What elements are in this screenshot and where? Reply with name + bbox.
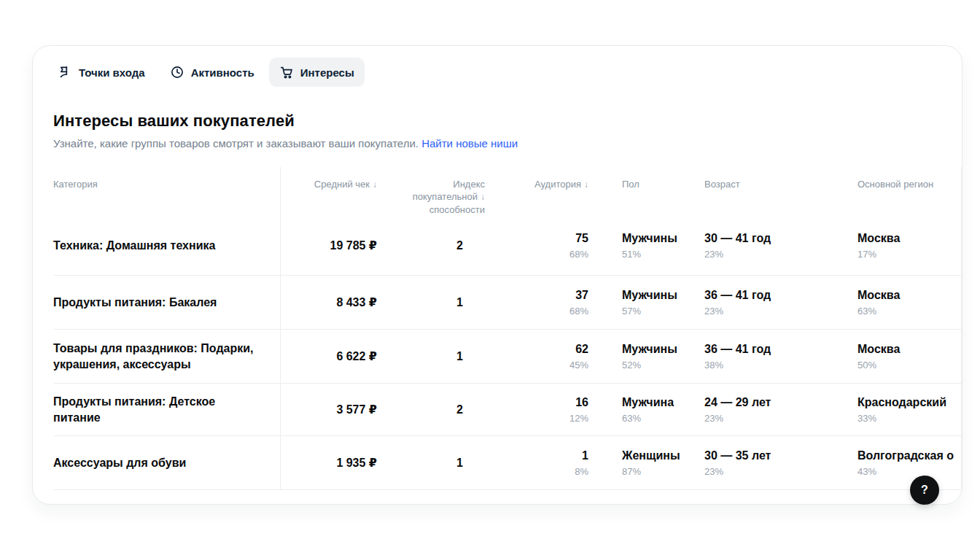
tab-activity[interactable]: Активность: [160, 58, 265, 87]
col-header-avg-check[interactable]: Средний чек↓: [280, 167, 380, 191]
cell-audience: 6245%: [488, 330, 591, 383]
cell-power-index: 2: [380, 384, 488, 435]
table-row: Техника: Домашняя техника 19 785 ₽ 2 756…: [53, 216, 962, 276]
cell-age: 36 — 41 год23%: [696, 276, 827, 329]
cell-region: Москва17%: [827, 216, 962, 275]
col-header-gender: Пол: [591, 167, 696, 190]
column-divider: [280, 167, 281, 490]
cell-gender: Женщины87%: [591, 436, 696, 489]
cell-avg-check: 3 577 ₽: [280, 384, 380, 435]
column-divider-right: [961, 167, 962, 490]
cell-power-index: 1: [380, 436, 488, 489]
cell-region: Москва50%: [827, 330, 962, 383]
col-header-region: Основной регион: [827, 167, 962, 190]
cell-gender: Мужчины51%: [591, 216, 696, 275]
flag-icon: [58, 65, 72, 79]
tab-bar: Точки входа Активность Интересы: [33, 46, 962, 87]
cell-avg-check: 19 785 ₽: [280, 216, 380, 275]
cell-power-index: 1: [380, 330, 488, 383]
cell-gender: Мужчины52%: [591, 330, 696, 383]
table-row: Продукты питания: Бакалея 8 433 ₽ 1 3768…: [53, 276, 962, 330]
sort-desc-icon: ↓: [370, 179, 377, 190]
col-header-audience[interactable]: Аудитория↓: [488, 167, 591, 191]
col-header-power-index[interactable]: Индекс покупательной↓ способности: [380, 167, 488, 216]
find-new-niches-link[interactable]: Найти новые ниши: [421, 137, 518, 150]
cell-region: Краснодарский33%: [827, 384, 962, 435]
cell-audience: 1612%: [488, 384, 591, 435]
table-row: Продукты питания: Детское питание 3 577 …: [53, 384, 962, 436]
cart-icon: [279, 65, 294, 79]
cell-region: Волгоградская о43%: [827, 436, 962, 489]
question-icon: ?: [921, 484, 928, 497]
cell-gender: Мужчины57%: [591, 276, 696, 329]
cell-avg-check: 1 935 ₽: [280, 436, 380, 489]
cell-audience: 3768%: [488, 276, 591, 329]
cell-power-index: 2: [380, 216, 488, 275]
tab-label: Точки входа: [79, 66, 145, 79]
tab-label: Интересы: [300, 66, 354, 79]
cell-age: 30 — 35 лет23%: [696, 436, 827, 489]
page-subtitle: Узнайте, какие группы товаров смотрят и …: [53, 137, 419, 150]
sort-desc-icon: ↓: [581, 179, 588, 190]
cell-category: Аксессуары для обуви: [53, 436, 280, 489]
cell-avg-check: 8 433 ₽: [280, 276, 380, 329]
cell-age: 30 — 41 год23%: [696, 216, 827, 275]
cell-category: Продукты питания: Бакалея: [53, 276, 280, 329]
cell-power-index: 1: [380, 276, 488, 329]
section-header: Интересы ваших покупателей Узнайте, каки…: [53, 112, 941, 150]
cell-avg-check: 6 622 ₽: [280, 330, 380, 383]
cell-age: 24 — 29 лет23%: [696, 384, 827, 435]
help-button[interactable]: ?: [910, 476, 939, 505]
table-header-row: Категория Средний чек↓ Индекс покупатель…: [53, 167, 962, 216]
cell-audience: 18%: [488, 436, 591, 489]
clock-icon: [170, 65, 184, 79]
tab-interests[interactable]: Интересы: [269, 58, 365, 87]
table-row: Товары для праздников: Подарки, украшени…: [53, 330, 962, 384]
cell-category: Техника: Домашняя техника: [53, 216, 280, 275]
cell-category: Товары для праздников: Подарки, украшени…: [53, 330, 280, 383]
cell-gender: Мужчина63%: [591, 384, 696, 435]
cell-age: 36 — 41 год38%: [696, 330, 827, 383]
cell-category: Продукты питания: Детское питание: [53, 384, 280, 435]
analytics-card: Точки входа Активность Интересы: [32, 45, 962, 505]
tab-entry-points[interactable]: Точки входа: [47, 58, 155, 87]
cell-region: Москва63%: [827, 276, 962, 329]
cell-audience: 7568%: [488, 216, 591, 275]
sort-desc-icon: ↓: [478, 192, 485, 202]
interests-table: Категория Средний чек↓ Индекс покупатель…: [53, 167, 962, 490]
table-row: Аксессуары для обуви 1 935 ₽ 1 18% Женщи…: [53, 436, 962, 490]
col-header-category: Категория: [53, 167, 280, 190]
tab-label: Активность: [191, 66, 254, 79]
col-header-age: Возраст: [696, 167, 827, 190]
page-title: Интересы ваших покупателей: [53, 112, 941, 131]
